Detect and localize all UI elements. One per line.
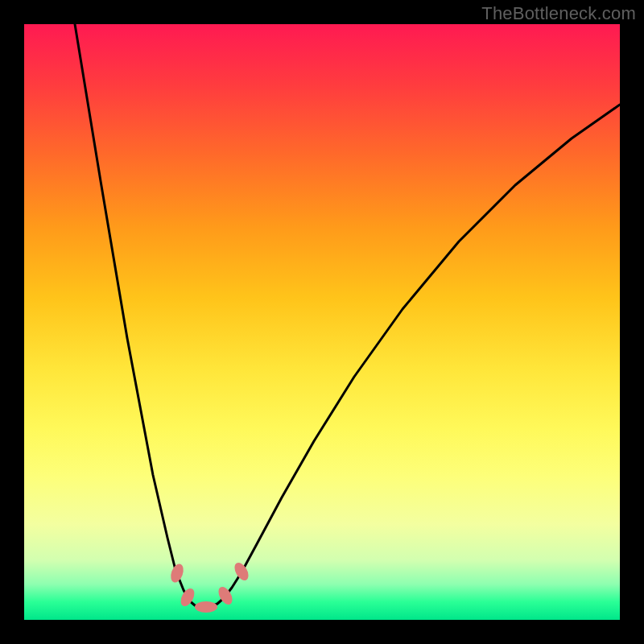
curve-svg: [24, 24, 620, 620]
marker-left-upper: [168, 562, 185, 584]
bottleneck-curve-group: [75, 24, 620, 607]
marker-bottom: [195, 601, 217, 613]
marker-right-upper: [232, 560, 251, 583]
plot-area: [24, 24, 620, 620]
bottleneck-curve: [75, 24, 620, 607]
chart-frame: TheBottleneck.com: [0, 0, 644, 644]
watermark-text: TheBottleneck.com: [481, 3, 636, 24]
